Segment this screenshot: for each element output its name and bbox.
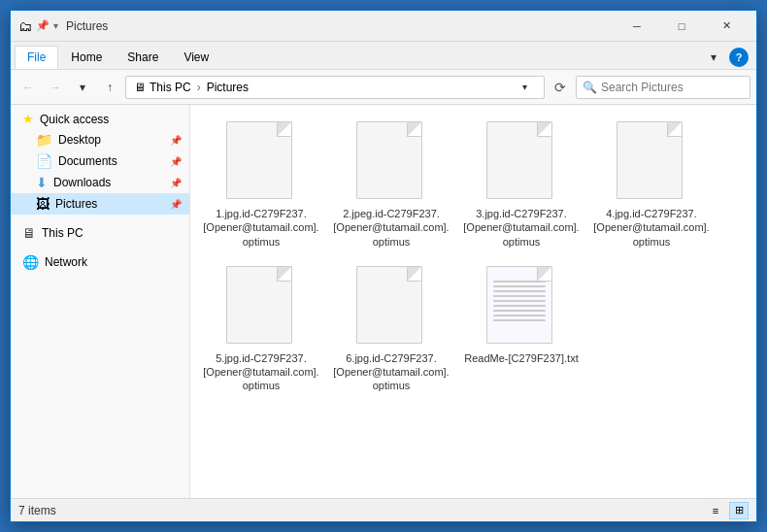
sidebar-quick-access: ★ Quick access [11, 109, 189, 129]
pictures-label: Pictures [55, 197, 164, 211]
ribbon-dropdown-button[interactable]: ▾ [702, 46, 725, 69]
this-pc-label: This PC [42, 226, 182, 240]
dropdown-nav-button[interactable]: ▾ [71, 76, 94, 99]
item-count: 7 items [18, 504, 56, 517]
tab-share[interactable]: Share [115, 46, 171, 69]
folder-icon: 📁 [36, 132, 52, 148]
file-item-4[interactable]: 4.jpg.id-C279F237.[Opener@tutamail.com].… [588, 113, 715, 253]
title-bar: 🗂 📌 ▾ Pictures ─ □ ✕ [11, 11, 756, 42]
path-separator: › [197, 81, 201, 94]
file-name-6: 6.jpg.id-C279F237.[Opener@tutamail.com].… [333, 351, 450, 393]
network-icon: 🌐 [22, 254, 39, 270]
tab-file[interactable]: File [15, 46, 58, 69]
file-name-3: 3.jpg.id-C279F237.[Opener@tutamail.com].… [463, 207, 580, 249]
path-dropdown-button[interactable]: ▾ [513, 76, 536, 99]
path-this-pc: This PC [150, 81, 191, 94]
refresh-button[interactable]: ⟳ [549, 76, 572, 99]
file-icon-4 [617, 121, 686, 203]
file-item-7[interactable]: ReadMe-[C279F237].txt [458, 257, 584, 398]
pin-icon-downloads: 📌 [170, 178, 182, 188]
file-item-6[interactable]: 6.jpg.id-C279F237.[Opener@tutamail.com].… [328, 257, 454, 398]
sidebar-item-network[interactable]: 🌐 Network [11, 251, 189, 273]
minimize-button[interactable]: ─ [615, 11, 659, 42]
sidebar: ★ Quick access 📁 Desktop 📌 📄 Documents 📌… [11, 105, 190, 498]
pin-icon-documents: 📌 [170, 156, 182, 167]
sidebar-item-desktop[interactable]: 📁 Desktop 📌 [11, 129, 189, 150]
documents-icon: 📄 [36, 153, 52, 169]
sidebar-item-documents[interactable]: 📄 Documents 📌 [11, 150, 189, 172]
file-icon-6 [356, 266, 426, 348]
file-name-7: ReadMe-[C279F237].txt [464, 351, 578, 365]
file-item-5[interactable]: 5.jpg.id-C279F237.[Opener@tutamail.com].… [198, 257, 324, 398]
search-icon: 🔍 [583, 81, 597, 94]
pin-icon: 📌 [36, 19, 50, 32]
status-bar: 7 items ≡ ⊞ [11, 498, 756, 521]
star-icon: ★ [22, 112, 34, 126]
maximize-button[interactable]: □ [659, 11, 704, 42]
window-title: Pictures [66, 19, 615, 33]
explorer-window: 🗂 📌 ▾ Pictures ─ □ ✕ File Home Share Vie… [10, 10, 757, 522]
file-name-4: 4.jpg.id-C279F237.[Opener@tutamail.com].… [593, 207, 710, 249]
sidebar-item-downloads[interactable]: ⬇ Downloads 📌 [11, 172, 189, 193]
main-area: ★ Quick access 📁 Desktop 📌 📄 Documents 📌… [11, 105, 756, 498]
file-item-3[interactable]: 3.jpg.id-C279F237.[Opener@tutamail.com].… [458, 113, 584, 253]
file-name-2: 2.jpeg.id-C279F237.[Opener@tutamail.com]… [333, 207, 450, 249]
content-area: 1.jpg.id-C279F237.[Opener@tutamail.com].… [190, 105, 756, 498]
forward-button[interactable]: → [44, 76, 67, 99]
quick-access-label: Quick access [40, 113, 182, 126]
up-button[interactable]: ↑ [98, 76, 121, 99]
ribbon: File Home Share View ▾ ? [11, 42, 756, 70]
pictures-icon: 🖼 [36, 196, 50, 212]
documents-label: Documents [58, 154, 164, 168]
file-name-1: 1.jpg.id-C279F237.[Opener@tutamail.com].… [203, 207, 319, 249]
window-controls: ─ □ ✕ [615, 11, 749, 42]
help-button[interactable]: ? [729, 48, 749, 67]
large-icons-view-button[interactable]: ⊞ [729, 502, 749, 519]
back-button[interactable]: ← [17, 76, 40, 99]
title-bar-icons: 🗂 📌 ▾ [18, 18, 58, 34]
path-pictures: Pictures [207, 81, 249, 94]
address-path[interactable]: 🖥 This PC › Pictures ▾ [125, 76, 545, 99]
tab-view[interactable]: View [171, 46, 221, 69]
pc-icon: 🖥 [22, 225, 36, 241]
list-view-button[interactable]: ≡ [706, 502, 725, 519]
file-name-5: 5.jpg.id-C279F237.[Opener@tutamail.com].… [203, 351, 319, 393]
file-icon-5 [226, 266, 296, 348]
sidebar-item-pictures[interactable]: 🖼 Pictures 📌 [11, 193, 189, 215]
file-icon-3 [486, 121, 556, 203]
address-bar: ← → ▾ ↑ 🖥 This PC › Pictures ▾ ⟳ 🔍 [11, 70, 756, 105]
file-item-1[interactable]: 1.jpg.id-C279F237.[Opener@tutamail.com].… [198, 113, 324, 253]
pin-icon-desktop: 📌 [170, 135, 182, 146]
tab-home[interactable]: Home [58, 46, 115, 69]
sidebar-item-this-pc[interactable]: 🖥 This PC [11, 222, 189, 244]
file-icon-1 [226, 121, 296, 203]
desktop-label: Desktop [58, 133, 164, 147]
ribbon-tabs: File Home Share View ▾ ? [11, 42, 756, 69]
downloads-label: Downloads [53, 176, 164, 189]
pin-icon-pictures: 📌 [170, 199, 182, 210]
network-label: Network [45, 255, 182, 269]
search-box[interactable]: 🔍 [576, 76, 750, 99]
file-item-2[interactable]: 2.jpeg.id-C279F237.[Opener@tutamail.com]… [328, 113, 454, 253]
close-button[interactable]: ✕ [704, 11, 749, 42]
file-icon-7 [486, 266, 556, 348]
window-icon: 🗂 [18, 18, 32, 34]
search-input[interactable] [601, 81, 744, 94]
downloads-icon: ⬇ [36, 175, 48, 190]
file-icon-2 [356, 121, 426, 203]
path-icon: 🖥 [134, 81, 146, 94]
dropdown-icon: ▾ [53, 20, 58, 31]
status-view-controls: ≡ ⊞ [706, 502, 749, 519]
